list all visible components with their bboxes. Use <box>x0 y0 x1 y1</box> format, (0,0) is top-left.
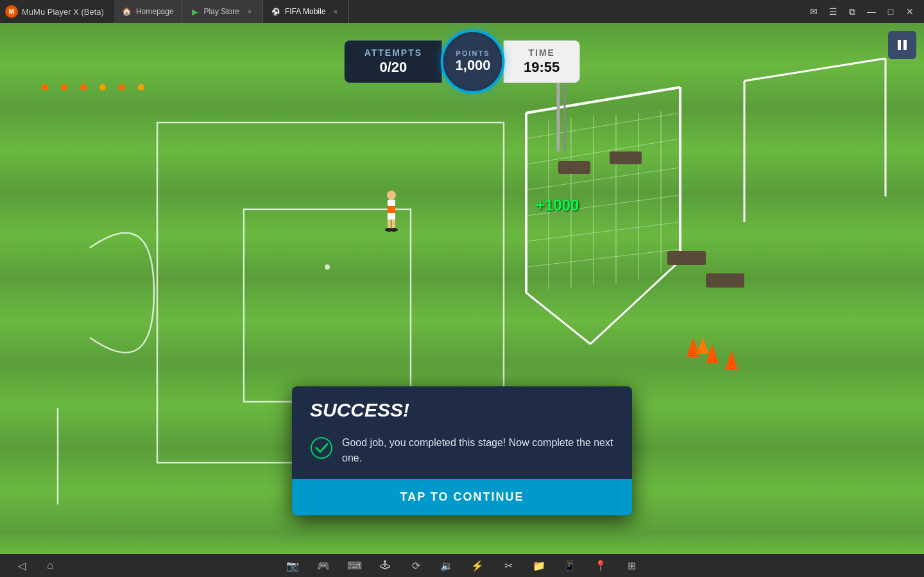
fifa-icon: ⚽ <box>271 6 281 17</box>
svg-line-17 <box>526 249 680 267</box>
playstore-icon: ▶ <box>190 6 200 17</box>
svg-rect-48 <box>903 40 907 50</box>
svg-rect-33 <box>558 161 590 174</box>
player-character <box>382 190 401 228</box>
soccer-field: +1000 ATTEMPTS 0/20 POINTS 1,000 TIME 19… <box>0 23 924 554</box>
svg-line-14 <box>526 168 680 190</box>
keyboard-icon[interactable]: ⌨ <box>345 556 363 574</box>
svg-marker-32 <box>725 350 738 370</box>
svg-point-24 <box>61 84 67 90</box>
hud: ATTEMPTS 0/20 POINTS 1,000 TIME 19:55 <box>345 30 580 94</box>
svg-point-46 <box>390 228 398 232</box>
svg-point-49 <box>311 438 332 458</box>
gamepad-icon[interactable]: 🎮 <box>314 556 332 574</box>
checkmark-icon <box>310 436 333 460</box>
attempts-label: ATTEMPTS <box>364 47 422 58</box>
svg-point-28 <box>138 84 144 90</box>
app-icon: M <box>5 5 18 18</box>
points-label: POINTS <box>456 49 490 57</box>
success-message: Good job, you completed this stage! Now … <box>342 435 614 466</box>
svg-line-12 <box>526 113 680 139</box>
folder-icon[interactable]: 📁 <box>530 556 548 574</box>
expand-icon[interactable]: ⊞ <box>622 556 640 574</box>
svg-rect-1 <box>244 209 411 402</box>
svg-point-25 <box>80 84 87 90</box>
svg-point-39 <box>387 191 396 200</box>
svg-marker-30 <box>706 344 719 363</box>
svg-rect-43 <box>388 220 391 229</box>
home-icon: 🏠 <box>122 6 132 17</box>
phone-icon[interactable]: 📱 <box>561 556 579 574</box>
tab-homepage[interactable]: 🏠 Homepage <box>114 0 182 23</box>
maximize-btn[interactable]: □ <box>882 3 900 21</box>
attempts-value: 0/20 <box>364 59 422 76</box>
titlebar-controls: ✉ ☰ ⧉ — □ ✕ <box>805 3 924 21</box>
success-body: Good job, you completed this stage! Now … <box>292 435 632 479</box>
floating-points: +1000 <box>536 196 579 214</box>
video-camera-icon[interactable]: 📷 <box>284 556 302 574</box>
svg-point-27 <box>119 84 125 90</box>
tab-close-playstore[interactable]: × <box>244 6 255 17</box>
tab-close-fifa[interactable]: × <box>330 6 341 17</box>
close-btn[interactable]: ✕ <box>901 3 919 21</box>
time-box: TIME 19:55 <box>504 40 579 83</box>
tap-continue-button[interactable]: TAP TO CONTINUE <box>292 479 632 515</box>
crop-icon[interactable]: ✂ <box>499 556 517 574</box>
titlebar: M MuMu Player X (Beta) 🏠 Homepage ▶ Play… <box>0 0 924 23</box>
taskbar-left: ◁ ⌂ <box>13 556 59 574</box>
menu-btn[interactable]: ☰ <box>824 3 842 21</box>
svg-line-22 <box>744 58 886 81</box>
restore-btn[interactable]: ⧉ <box>843 3 861 21</box>
svg-rect-36 <box>706 273 744 288</box>
svg-point-26 <box>99 84 106 90</box>
game-area: +1000 ATTEMPTS 0/20 POINTS 1,000 TIME 19… <box>0 23 924 554</box>
attempts-box: ATTEMPTS 0/20 <box>345 40 442 83</box>
svg-marker-29 <box>687 338 699 357</box>
app-name: MuMu Player X (Beta) <box>22 7 104 17</box>
success-dialog: SUCCESS! Good job, you completed this st… <box>292 386 632 515</box>
svg-rect-34 <box>610 151 642 164</box>
points-value: 1,000 <box>456 57 491 74</box>
controller-icon[interactable]: 🕹 <box>376 556 394 574</box>
svg-line-19 <box>590 261 680 344</box>
time-label: TIME <box>524 47 560 58</box>
tab-playstore[interactable]: ▶ Play Store × <box>182 0 263 23</box>
success-header: SUCCESS! <box>292 386 632 435</box>
svg-rect-41 <box>388 200 395 206</box>
time-value: 19:55 <box>524 59 560 76</box>
back-arrow-icon[interactable]: ◁ <box>13 556 31 574</box>
svg-rect-42 <box>388 213 395 220</box>
svg-rect-47 <box>898 40 901 50</box>
svg-line-13 <box>526 139 680 164</box>
svg-rect-35 <box>667 251 706 265</box>
volume-down-icon[interactable]: 🔉 <box>438 556 456 574</box>
apm-icon[interactable]: ⚡ <box>468 556 486 574</box>
svg-point-2 <box>325 264 330 270</box>
svg-point-23 <box>42 84 48 90</box>
mail-btn[interactable]: ✉ <box>805 3 823 21</box>
minimize-btn[interactable]: — <box>862 3 880 21</box>
pause-button[interactable] <box>888 31 916 59</box>
svg-line-16 <box>526 222 680 241</box>
home-taskbar-icon[interactable]: ⌂ <box>41 556 59 574</box>
taskbar: ◁ ⌂ 📷 🎮 ⌨ 🕹 ⟳ 🔉 ⚡ ✂ 📁 📱 📍 ⊞ <box>0 554 924 577</box>
svg-rect-44 <box>392 220 395 229</box>
location-icon[interactable]: 📍 <box>592 556 610 574</box>
tab-fifa[interactable]: ⚽ FIFA Mobile × <box>263 0 349 23</box>
svg-marker-31 <box>696 338 709 354</box>
screen-rotate-icon[interactable]: ⟳ <box>407 556 425 574</box>
points-circle: POINTS 1,000 <box>441 30 505 94</box>
svg-line-18 <box>526 293 590 344</box>
success-title: SUCCESS! <box>310 399 614 421</box>
